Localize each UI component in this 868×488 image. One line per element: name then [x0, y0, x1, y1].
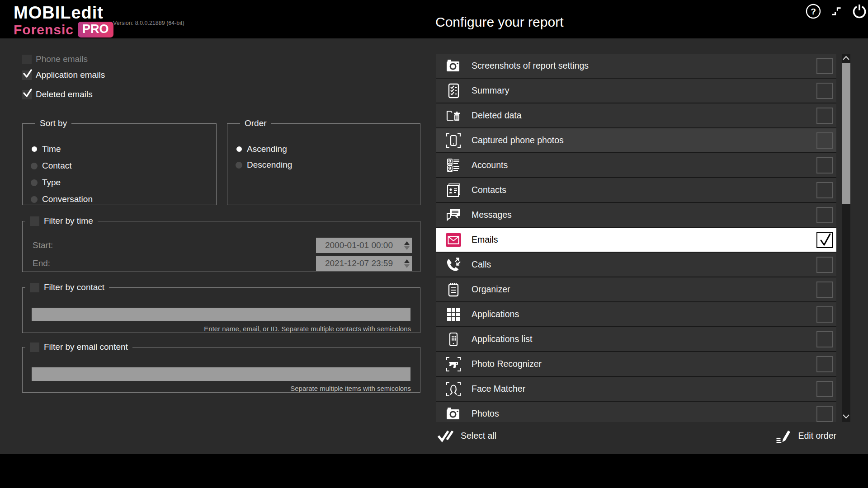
report-row-label: Accounts: [472, 160, 508, 170]
help-button[interactable]: ?: [805, 3, 818, 16]
sort-by-radio-conversation[interactable]: Conversation: [31, 192, 93, 206]
report-row-screenshots-of-report-settings[interactable]: Screenshots of report settings: [436, 54, 836, 78]
filter-by-contact-checkbox[interactable]: [30, 283, 39, 292]
report-row-label: Messages: [472, 210, 512, 220]
report-sections-list: Screenshots of report settingsSummaryDel…: [436, 54, 836, 422]
power-icon: [851, 3, 868, 20]
start-date-spinner[interactable]: [402, 238, 412, 253]
summary-checklist-icon: [445, 82, 462, 99]
report-row-checkbox[interactable]: [816, 108, 833, 124]
report-row-applications-list[interactable]: Applications list: [436, 326, 836, 351]
report-row-label: Applications list: [472, 334, 532, 344]
sort-by-title: Sort by: [35, 118, 71, 128]
radio-dot: [31, 179, 38, 186]
report-row-checkbox[interactable]: [816, 406, 833, 422]
end-date-field[interactable]: 2021-12-07 23:59: [316, 256, 412, 271]
scroll-down-icon[interactable]: [842, 412, 850, 420]
report-row-captured-phone-photos[interactable]: Captured phone photos: [436, 127, 836, 152]
order-options: AscendingDescending: [236, 142, 292, 172]
report-row-checkbox[interactable]: [816, 331, 833, 347]
report-row-checkbox[interactable]: [816, 182, 833, 198]
checkbox-application-emails[interactable]: Application emails: [22, 69, 105, 81]
order-radio-descending[interactable]: Descending: [236, 158, 292, 172]
accounts-icon: [445, 157, 462, 174]
filter-by-email-content-checkbox[interactable]: [30, 343, 39, 352]
radio-dot: [31, 163, 38, 169]
filter-by-time-label: Filter by time: [44, 216, 93, 226]
radio-dot: [236, 146, 242, 152]
report-row-calls[interactable]: Calls: [436, 252, 836, 277]
report-row-checkbox[interactable]: [816, 58, 833, 74]
select-all-button[interactable]: Select all: [436, 427, 496, 445]
sort-by-radio-contact[interactable]: Contact: [31, 159, 93, 173]
report-row-checkbox[interactable]: [816, 83, 833, 99]
scrollbar-track[interactable]: [842, 54, 850, 422]
camera-icon: [445, 405, 462, 422]
resize-window-button[interactable]: [828, 3, 841, 16]
report-row-emails[interactable]: Emails: [436, 227, 836, 252]
logo-pro-badge: PRO: [78, 22, 113, 38]
scroll-up-icon[interactable]: [842, 54, 850, 62]
checkbox-box: [22, 90, 32, 99]
radio-dot: [31, 196, 38, 203]
spin-down-icon: [404, 264, 410, 268]
sort-by-radio-time[interactable]: Time: [31, 142, 93, 156]
report-row-checkbox[interactable]: [816, 232, 833, 248]
filter-by-time-group: Filter by time Start: 2000-01-01 00:00 E…: [22, 216, 420, 272]
report-row-label: Face Matcher: [472, 384, 525, 394]
end-label: End:: [33, 258, 50, 268]
order-radio-ascending[interactable]: Ascending: [236, 142, 292, 156]
report-row-summary[interactable]: Summary: [436, 78, 836, 103]
report-row-checkbox[interactable]: [816, 207, 833, 223]
checkbox-phone-emails[interactable]: Phone emails: [22, 53, 105, 65]
report-row-checkbox[interactable]: [816, 132, 833, 149]
filter-contact-input[interactable]: [32, 308, 410, 321]
filter-by-contact-group: Filter by contact Enter name, email, or …: [22, 282, 420, 333]
report-row-applications[interactable]: Applications: [436, 301, 836, 326]
end-date-spinner[interactable]: [402, 256, 412, 271]
report-row-photo-recognizer[interactable]: Photo Recognizer: [436, 351, 836, 376]
select-all-label: Select all: [461, 431, 496, 441]
header-bar: MOBILedit Forensic PRO Version: 8.0.0.21…: [0, 0, 868, 38]
report-row-deleted-data[interactable]: Deleted data: [436, 103, 836, 127]
report-row-label: Calls: [472, 259, 491, 270]
report-row-label: Deleted data: [472, 110, 522, 121]
filter-email-content-input[interactable]: [32, 367, 410, 381]
radio-label: Contact: [42, 161, 71, 171]
select-all-icon: [436, 427, 454, 445]
filter-by-email-content-group: Filter by email content Separate multipl…: [22, 342, 420, 393]
logo-forensic: Forensic: [14, 22, 74, 38]
footer-bar: Back Next: [0, 454, 868, 488]
report-row-checkbox[interactable]: [816, 157, 833, 174]
checkbox-label: Application emails: [36, 70, 105, 80]
report-row-label: Organizer: [472, 284, 510, 295]
power-button[interactable]: [851, 3, 864, 16]
page-title: Configure your report: [435, 14, 563, 30]
sort-by-radio-type[interactable]: Type: [31, 176, 93, 189]
report-row-accounts[interactable]: Accounts: [436, 152, 836, 177]
report-row-messages[interactable]: Messages: [436, 202, 836, 227]
report-row-face-matcher[interactable]: Face Matcher: [436, 376, 836, 401]
report-row-checkbox[interactable]: [816, 356, 833, 372]
checkbox-label: Deleted emails: [36, 89, 93, 99]
report-row-checkbox[interactable]: [816, 257, 833, 273]
report-row-checkbox[interactable]: [816, 282, 833, 298]
report-row-checkbox[interactable]: [816, 306, 833, 323]
start-date-field[interactable]: 2000-01-01 00:00: [316, 238, 412, 253]
report-row-checkbox[interactable]: [816, 381, 833, 397]
applications-grid-icon: [445, 306, 462, 323]
report-row-organizer[interactable]: Organizer: [436, 277, 836, 301]
report-row-contacts[interactable]: Contacts: [436, 177, 836, 202]
sort-by-options: TimeContactTypeConversation: [31, 142, 93, 206]
checkbox-deleted-emails[interactable]: Deleted emails: [22, 89, 105, 100]
report-row-photos[interactable]: Photos: [436, 401, 836, 422]
scrollbar-thumb[interactable]: [842, 63, 850, 204]
spin-up-icon: [404, 259, 410, 263]
edit-order-button[interactable]: Edit order: [774, 427, 836, 445]
filter-by-time-checkbox[interactable]: [30, 216, 39, 226]
radio-label: Descending: [247, 160, 292, 170]
logo-mobiledit: MOBILedit: [14, 4, 113, 22]
photo-recognizer-icon: [445, 356, 462, 373]
edit-order-label: Edit order: [798, 431, 836, 441]
filter-contact-hint: Enter name, email, or ID. Separate multi…: [204, 325, 411, 333]
